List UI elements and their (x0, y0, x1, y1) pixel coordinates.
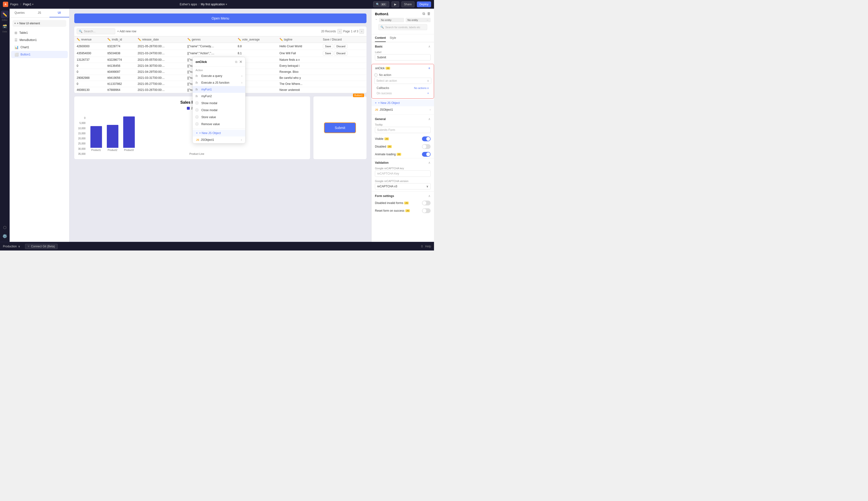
controls-search[interactable]: 🔍 Search for controls, labels etc (378, 24, 427, 30)
popup-item-close-modal[interactable]: ☐ Close modal (193, 107, 245, 114)
save-button[interactable]: Save (323, 44, 333, 49)
panel-item-chart1[interactable]: 📊 Chart1 (11, 44, 68, 51)
onclick-section-box: onClick JS + ! No action Select an actio… (372, 64, 434, 99)
save-button[interactable]: Save (323, 51, 333, 55)
reset-success-js-badge: JS (405, 209, 410, 212)
disabled-invalid-toggle[interactable] (422, 201, 431, 205)
onclick-add-icon[interactable]: + (428, 66, 430, 71)
visible-toggle[interactable] (422, 137, 431, 141)
execute-query-icon: fx (195, 74, 200, 78)
callbacks-value[interactable]: No actions ∨ (414, 87, 429, 90)
validation-collapse-icon[interactable]: ∧ (428, 161, 431, 164)
help-label[interactable]: Help (425, 245, 431, 248)
search-button[interactable]: 🔍 ⌘K (373, 1, 389, 7)
new-js-object-button[interactable]: + + New JS Object (193, 130, 245, 137)
connect-git-button[interactable]: ⑂ Connect Git (Beta) (25, 244, 57, 249)
popup-item-remove-value[interactable]: ☐ Remove value (193, 120, 245, 128)
panel-item-menubutton1[interactable]: ☰ MenuButton1 (11, 36, 68, 44)
editor-icon[interactable]: ✏️ (1, 11, 9, 18)
tooltip-input[interactable]: Submits Form (375, 127, 431, 133)
select-action-dropdown[interactable]: Select an action ∨ (374, 78, 431, 84)
panel-item-button1[interactable]: ⬜ Button1 (11, 51, 68, 58)
general-collapse-icon[interactable]: ∧ (428, 117, 431, 121)
add-row-button[interactable]: + Add new row (117, 30, 136, 33)
cube-icon[interactable]: ⬡ (1, 224, 9, 231)
panel-sidebar: Queries JS UI + + New UI element ⊞ Table… (10, 9, 69, 242)
popup-item-execute-query[interactable]: fx Execute a query › (193, 73, 245, 79)
popup-copy-icon[interactable]: ⧉ (235, 60, 237, 64)
git-icon: ⑂ (28, 245, 30, 248)
tab-ui[interactable]: UI (50, 9, 69, 17)
button-tag: Button1 (353, 94, 364, 97)
environment-selector[interactable]: Production ∨ (3, 245, 20, 248)
jsobject1-row[interactable]: JS JSObject1 › (193, 137, 245, 143)
popup-item-myfun1[interactable]: fx myFun1 (193, 86, 245, 93)
app-name[interactable]: My first application ▾ (201, 3, 227, 6)
general-label: General (375, 117, 386, 121)
app-user[interactable]: Esther's apps (180, 3, 197, 6)
panel-item-table1[interactable]: ⊞ Table1 (11, 29, 68, 36)
search-placeholder: Search... (84, 30, 96, 33)
data-nav[interactable]: 🗃️ Data (1, 22, 9, 33)
editor-nav[interactable]: ✏️ Editor (1, 11, 9, 21)
animate-toggle[interactable] (422, 152, 431, 157)
controls-search-placeholder: Search for controls, labels etc (385, 26, 420, 29)
recaptcha-version-field-row: Google reCAPTCHA version reCAPTCHA v3 ∨ (372, 179, 434, 191)
table-toolbar: 🔍 Search... + Add new row 20 Records ‹ P… (74, 26, 366, 36)
on-success-add-icon[interactable]: + (427, 92, 429, 95)
popup-close-icon[interactable]: ✕ (239, 60, 242, 64)
table-search[interactable]: 🔍 Search... (77, 29, 115, 34)
general-section: General ∧ Tooltip Submits Form Visible J… (372, 115, 434, 158)
right-tab-content[interactable]: Content (375, 34, 386, 42)
panel-item-label-chart1: Chart1 (21, 45, 29, 49)
popup-item-execute-js[interactable]: fx Execute a JS function › (193, 79, 245, 86)
delete-panel-icon[interactable]: 🗑 (427, 12, 431, 16)
popup-action-label: Action (193, 67, 245, 73)
tab-queries[interactable]: Queries (10, 9, 30, 17)
data-icon[interactable]: 🗃️ (1, 22, 9, 30)
popup-item-show-modal[interactable]: ☐ Show modal (193, 99, 245, 107)
disabled-toggle-knob (422, 145, 426, 149)
recaptcha-key-label: Google reCAPTCHA key (375, 167, 431, 170)
submit-button[interactable]: Submit (324, 123, 355, 132)
recaptcha-version-select[interactable]: reCAPTCHA v3 ∨ (375, 183, 431, 190)
settings-icon[interactable]: ⚙️ (1, 232, 9, 240)
tab-js[interactable]: JS (30, 9, 49, 17)
form-settings-collapse-icon[interactable]: ∧ (428, 194, 431, 198)
chart-legend: 2023 (78, 107, 306, 110)
share-button[interactable]: Share (401, 1, 415, 7)
jsobject1-panel-row[interactable]: JS JSObject1 › (372, 106, 434, 113)
chart-section: Sales Report 2023 35,000 30,000 25,000 2… (74, 96, 310, 159)
bar-product1: Product1 (90, 126, 102, 151)
table-row[interactable]: 42600000tt32287742021-05-26T00:00:...[{"… (74, 43, 366, 50)
popup-item-myfun2[interactable]: fx myFun2 (193, 93, 245, 99)
right-tab-style[interactable]: Style (390, 34, 396, 42)
col-release-date: ✏️ release_date (135, 36, 185, 43)
basic-section-header: Basic ∧ (372, 42, 434, 50)
right-panel: Button1 ⧉ 🗑 → No entity No entity → (371, 9, 434, 242)
label-field-value[interactable]: Submit (375, 54, 431, 61)
discard-button[interactable]: Discard (334, 51, 347, 55)
basic-collapse-icon[interactable]: ∧ (428, 45, 431, 48)
run-button[interactable]: ▶ (392, 1, 399, 7)
button-icon: ⬜ (14, 53, 19, 56)
page-next-button[interactable]: › (359, 29, 364, 34)
new-js-object-panel-button[interactable]: + + New JS Object (372, 99, 434, 106)
new-ui-element-button[interactable]: + + New UI element (12, 20, 66, 27)
deploy-button[interactable]: Deploy (417, 1, 431, 7)
copy-panel-icon[interactable]: ⧉ (422, 12, 425, 16)
popup-header: onClick ⧉ ✕ (193, 57, 245, 67)
discard-button[interactable]: Discard (334, 44, 347, 49)
recaptcha-key-input[interactable]: reCAPTCHA Key (375, 170, 431, 177)
bar-product2-bar (107, 125, 118, 148)
page-prev-button[interactable]: ‹ (337, 29, 342, 34)
open-menu-bar[interactable]: Open Menu (74, 13, 366, 23)
reset-success-toggle[interactable] (422, 208, 431, 213)
visible-js-badge: JS (384, 137, 389, 140)
disabled-invalid-label: Disabled invalid forms JS (375, 201, 409, 205)
breadcrumb-page[interactable]: Page1 ▾ (23, 3, 33, 6)
breadcrumb-pages[interactable]: Pages (10, 3, 18, 6)
table-row[interactable]: 435954000tt50348382021-03-24T00:00:...[{… (74, 50, 366, 57)
disabled-toggle[interactable] (422, 144, 431, 149)
popup-item-store-value[interactable]: ☐ Store value (193, 114, 245, 120)
